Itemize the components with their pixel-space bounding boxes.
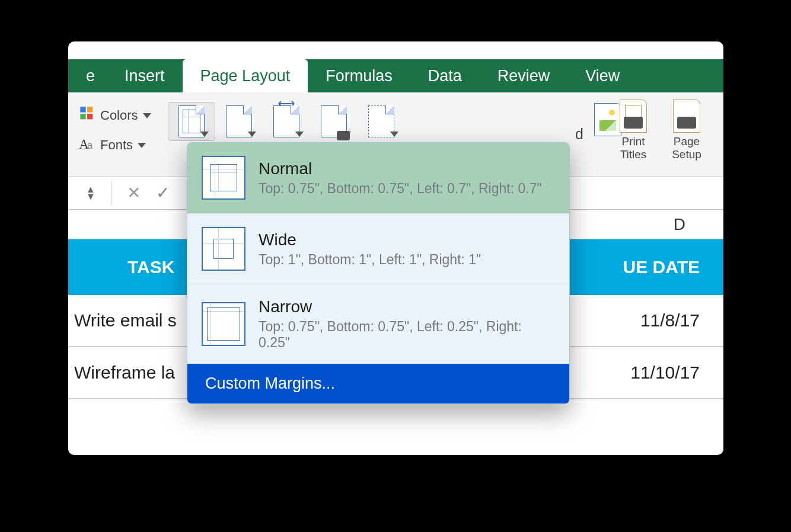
cell-date: 11/8/17 xyxy=(640,310,700,331)
fonts-label: Fonts xyxy=(100,137,133,153)
margins-wide-title: Wide xyxy=(259,230,481,249)
tab-insert[interactable]: Insert xyxy=(107,59,183,92)
print-titles-icon xyxy=(620,100,647,133)
right-label-group: PrintTitles PageSetup xyxy=(614,100,706,161)
orientation-button[interactable] xyxy=(215,102,263,141)
margins-normal-title: Normal xyxy=(259,159,542,178)
svg-rect-1 xyxy=(87,107,93,112)
tab-home-partial[interactable]: e xyxy=(80,59,107,92)
chevron-down-icon xyxy=(295,132,304,137)
print-area-button[interactable] xyxy=(310,102,358,141)
colors-label: Colors xyxy=(100,108,138,123)
breaks-button[interactable] xyxy=(358,102,405,141)
tab-page-layout[interactable]: Page Layout xyxy=(183,59,308,92)
fonts-icon: Aa xyxy=(79,135,95,155)
colors-dropdown[interactable]: Colors xyxy=(79,105,151,126)
print-titles-l1: Print xyxy=(621,135,645,148)
print-titles-button[interactable]: PrintTitles xyxy=(614,100,652,161)
excel-window: e Insert Page Layout Formulas Data Revie… xyxy=(68,41,723,455)
caret-down-icon: ▼ xyxy=(86,193,95,200)
custom-margins-item[interactable]: Custom Margins... xyxy=(187,364,569,403)
header-due-date: UE DATE xyxy=(623,257,700,277)
header-task: TASK xyxy=(127,257,174,277)
column-d-header[interactable]: D xyxy=(674,215,685,234)
background-label-cut: d xyxy=(575,126,583,143)
svg-rect-2 xyxy=(80,114,85,119)
page-setup-buttons xyxy=(162,96,405,141)
svg-rect-0 xyxy=(80,107,85,112)
enter-formula-button[interactable]: ✓ xyxy=(156,183,170,203)
chevron-down-icon xyxy=(143,113,151,118)
ribbon-tabs: e Insert Page Layout Formulas Data Revie… xyxy=(68,59,723,92)
cell-task: Wireframe la xyxy=(74,363,175,383)
size-button[interactable] xyxy=(263,102,310,141)
margins-normal-sub: Top: 0.75", Bottom: 0.75", Left: 0.7", R… xyxy=(259,181,542,197)
tab-formulas[interactable]: Formulas xyxy=(308,59,410,92)
tab-view[interactable]: View xyxy=(567,59,637,92)
margins-wide-sub: Top: 1", Bottom: 1", Left: 1", Right: 1" xyxy=(259,252,481,268)
chevron-down-icon xyxy=(343,132,351,137)
page-setup-l2: Setup xyxy=(672,148,701,161)
chevron-down-icon xyxy=(200,132,209,137)
margins-dropdown-menu: Normal Top: 0.75", Bottom: 0.75", Left: … xyxy=(187,142,570,404)
svg-rect-3 xyxy=(87,114,93,119)
chevron-down-icon xyxy=(390,132,398,137)
fonts-dropdown[interactable]: Aa Fonts xyxy=(79,135,151,155)
normal-margin-icon xyxy=(202,156,245,200)
print-titles-l2: Titles xyxy=(620,148,647,161)
wide-margin-icon xyxy=(202,227,245,271)
margins-option-narrow[interactable]: Narrow Top: 0.75", Bottom: 0.75", Left: … xyxy=(187,284,569,364)
name-box-spinner[interactable]: ▲ ▼ xyxy=(86,186,95,200)
tab-review[interactable]: Review xyxy=(480,59,568,92)
margins-button[interactable] xyxy=(168,102,215,141)
margins-narrow-title: Narrow xyxy=(259,297,555,316)
tab-data[interactable]: Data xyxy=(410,59,480,92)
margins-narrow-sub: Top: 0.75", Bottom: 0.75", Left: 0.25", … xyxy=(259,319,555,351)
cancel-formula-button[interactable]: ✕ xyxy=(127,183,141,203)
margins-option-normal[interactable]: Normal Top: 0.75", Bottom: 0.75", Left: … xyxy=(187,143,569,213)
cell-date: 11/10/17 xyxy=(630,363,700,383)
margins-option-wide[interactable]: Wide Top: 1", Bottom: 1", Left: 1", Righ… xyxy=(187,213,569,284)
svg-text:a: a xyxy=(87,140,93,150)
chevron-down-icon xyxy=(138,143,146,148)
chevron-down-icon xyxy=(248,132,256,137)
colors-icon xyxy=(79,105,95,126)
divider xyxy=(111,181,111,205)
themes-group: Colors Aa Fonts xyxy=(68,96,162,155)
narrow-margin-icon xyxy=(202,302,245,346)
cell-task: Write email s xyxy=(74,310,177,331)
page-setup-l1: Page xyxy=(674,135,700,148)
page-setup-icon xyxy=(673,100,700,133)
page-setup-button[interactable]: PageSetup xyxy=(668,100,706,161)
